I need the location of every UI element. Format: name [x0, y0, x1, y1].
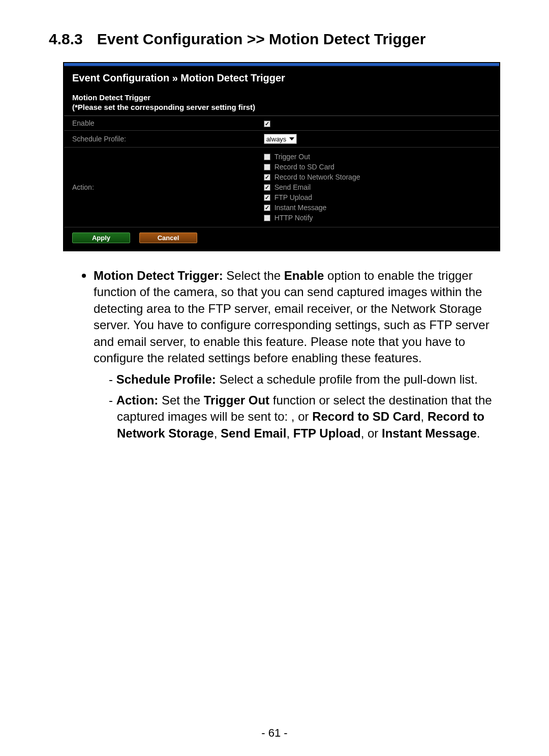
row-enable: Enable	[64, 116, 499, 131]
row-action: Action: Trigger Out Record to SD Card	[64, 148, 499, 227]
cancel-button[interactable]: Cancel	[139, 232, 197, 243]
doc-bold: Enable	[284, 269, 324, 282]
action-label: Trigger Out	[274, 153, 310, 161]
doc-lead: Action:	[116, 393, 159, 407]
doc-body: Motion Detect Trigger: Select the Enable…	[49, 267, 500, 442]
action-option: Send Email	[264, 183, 494, 191]
breadcrumb: Event Configuration » Motion Detect Trig…	[64, 66, 499, 93]
doc-bold: Instant Message	[382, 426, 477, 440]
action-option: Instant Message	[264, 203, 494, 212]
action-label: Record to SD Card	[274, 163, 334, 171]
checkbox-ftp-upload[interactable]	[264, 194, 270, 201]
page-number: - 61 -	[0, 726, 549, 740]
doc-bold: Record to SD Card	[312, 410, 420, 423]
doc-lead: Schedule Profile:	[116, 372, 216, 386]
doc-subbullet-schedule: Schedule Profile: Select a schedule prof…	[109, 371, 500, 388]
doc-text: ,	[214, 426, 221, 440]
doc-bold: Send Email	[221, 426, 286, 440]
doc-text: option to enable the trigger function of…	[94, 269, 490, 365]
doc-bold: Trigger Out	[204, 393, 269, 407]
chevron-down-icon	[289, 137, 294, 140]
checkbox-http-notify[interactable]	[264, 215, 270, 221]
section-title: Event Configuration >> Motion Detect Tri…	[97, 31, 426, 47]
action-label: Record to Network Storage	[274, 173, 360, 181]
panel-subheader-note: (*Please set the corresponding server se…	[72, 103, 491, 111]
doc-lead: Motion Detect Trigger:	[94, 269, 223, 282]
checkbox-record-sd[interactable]	[264, 164, 270, 170]
checkbox-trigger-out[interactable]	[264, 154, 270, 160]
section-number: 4.8.3	[49, 31, 83, 48]
action-label: Send Email	[274, 183, 311, 191]
doc-text: ,	[286, 426, 293, 440]
section-heading: 4.8.3Event Configuration >> Motion Detec…	[49, 31, 500, 48]
action-label: HTTP Notify	[274, 214, 313, 222]
label-enable: Enable	[64, 116, 256, 131]
action-option: FTP Upload	[264, 193, 494, 201]
doc-bullet-main: Motion Detect Trigger: Select the Enable…	[94, 267, 500, 442]
doc-text: Set the	[158, 393, 203, 407]
checkbox-record-network[interactable]	[264, 174, 270, 181]
doc-text: ,	[421, 410, 428, 423]
action-option: Trigger Out	[264, 153, 494, 161]
doc-text: .	[477, 426, 480, 440]
select-schedule-value: always	[266, 135, 287, 143]
checkbox-instant-message[interactable]	[264, 205, 270, 211]
config-table: Enable Schedule Profile: always	[64, 116, 499, 227]
doc-bold: FTP Upload	[293, 426, 361, 440]
action-option: Record to SD Card	[264, 163, 494, 171]
panel-subheader-title: Motion Detect Trigger	[72, 93, 491, 102]
apply-button[interactable]: Apply	[72, 232, 130, 243]
checkbox-send-email[interactable]	[264, 184, 270, 191]
config-screenshot: Event Configuration » Motion Detect Trig…	[63, 62, 500, 251]
action-option: Record to Network Storage	[264, 173, 494, 181]
button-row: Apply Cancel	[64, 227, 499, 250]
doc-text: Select the	[223, 269, 284, 282]
action-label: FTP Upload	[274, 193, 312, 201]
row-schedule-profile: Schedule Profile: always	[64, 131, 499, 148]
action-label: Instant Message	[274, 203, 327, 212]
action-option: HTTP Notify	[264, 214, 494, 222]
label-schedule-profile: Schedule Profile:	[64, 131, 256, 148]
doc-text: , or	[361, 426, 382, 440]
select-schedule-profile[interactable]: always	[264, 134, 297, 144]
doc-subbullet-action: Action: Set the Trigger Out function or …	[109, 392, 500, 442]
doc-text: Select a schedule profile from the pull-…	[216, 372, 478, 386]
panel-subheader: Motion Detect Trigger (*Please set the c…	[64, 93, 499, 116]
checkbox-enable[interactable]	[264, 121, 270, 127]
label-action: Action:	[64, 148, 256, 227]
